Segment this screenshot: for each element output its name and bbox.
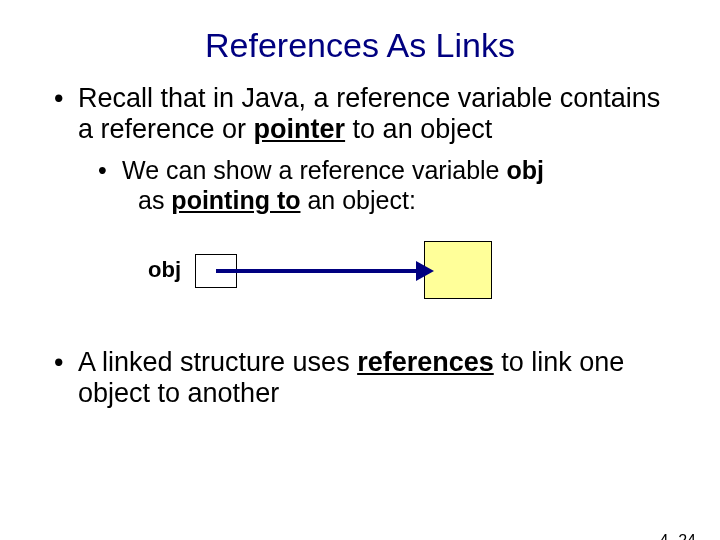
page-number: 4 -24 [660, 532, 696, 540]
arrow-head-icon [416, 261, 434, 281]
bullet-2: We can show a reference variable obj as … [122, 155, 650, 215]
bullet-3-em: references [357, 347, 494, 377]
bullet-list-3: A linked structure uses references to li… [0, 347, 720, 409]
reference-diagram: obj [120, 241, 580, 321]
bullet-1-em: pointer [254, 114, 346, 144]
bullet-2-text-post: an object: [300, 186, 415, 214]
bullet-list-2: We can show a reference variable obj as … [78, 155, 670, 215]
bullet-2-em: pointing to [171, 186, 300, 214]
bullet-1-text-post: to an object [345, 114, 492, 144]
bullet-2-text-pre: We can show a reference variable [122, 156, 506, 184]
arrow-line [216, 269, 428, 273]
object-box [424, 241, 492, 299]
bullet-3: A linked structure uses references to li… [78, 347, 670, 409]
bullet-2-text-mid: as [138, 186, 171, 214]
slide: References As Links Recall that in Java,… [0, 26, 720, 540]
bullet-2-obj: obj [506, 156, 544, 184]
slide-title: References As Links [0, 26, 720, 65]
bullet-3-text-pre: A linked structure uses [78, 347, 357, 377]
bullet-1: Recall that in Java, a reference variabl… [78, 83, 670, 215]
obj-label: obj [148, 257, 181, 283]
bullet-list-1: Recall that in Java, a reference variabl… [0, 83, 720, 215]
